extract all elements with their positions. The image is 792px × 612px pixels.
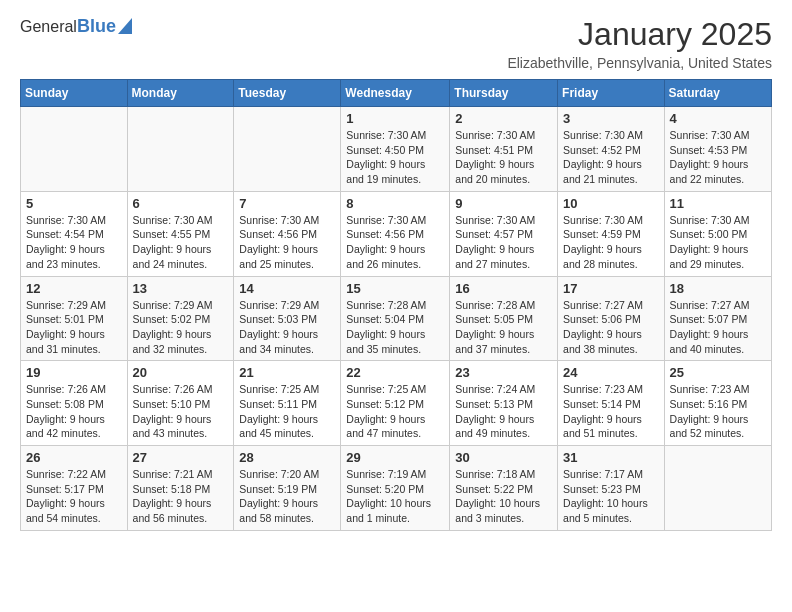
- day-info: Sunrise: 7:30 AM Sunset: 4:55 PM Dayligh…: [133, 213, 229, 272]
- calendar-cell: 9Sunrise: 7:30 AM Sunset: 4:57 PM Daylig…: [450, 191, 558, 276]
- calendar-week-row: 5Sunrise: 7:30 AM Sunset: 4:54 PM Daylig…: [21, 191, 772, 276]
- calendar-cell: 27Sunrise: 7:21 AM Sunset: 5:18 PM Dayli…: [127, 446, 234, 531]
- day-number: 18: [670, 281, 766, 296]
- day-info: Sunrise: 7:25 AM Sunset: 5:12 PM Dayligh…: [346, 382, 444, 441]
- day-number: 11: [670, 196, 766, 211]
- day-number: 1: [346, 111, 444, 126]
- day-number: 24: [563, 365, 659, 380]
- calendar-body: 1Sunrise: 7:30 AM Sunset: 4:50 PM Daylig…: [21, 107, 772, 531]
- calendar-cell: 30Sunrise: 7:18 AM Sunset: 5:22 PM Dayli…: [450, 446, 558, 531]
- day-number: 27: [133, 450, 229, 465]
- logo-blue-text: Blue: [77, 16, 116, 37]
- calendar-cell: 15Sunrise: 7:28 AM Sunset: 5:04 PM Dayli…: [341, 276, 450, 361]
- calendar-cell: 1Sunrise: 7:30 AM Sunset: 4:50 PM Daylig…: [341, 107, 450, 192]
- calendar-cell: 2Sunrise: 7:30 AM Sunset: 4:51 PM Daylig…: [450, 107, 558, 192]
- day-info: Sunrise: 7:30 AM Sunset: 5:00 PM Dayligh…: [670, 213, 766, 272]
- calendar-container: General Blue January 2025 Elizabethville…: [0, 0, 792, 541]
- calendar-cell: 19Sunrise: 7:26 AM Sunset: 5:08 PM Dayli…: [21, 361, 128, 446]
- day-info: Sunrise: 7:27 AM Sunset: 5:06 PM Dayligh…: [563, 298, 659, 357]
- calendar-cell: 25Sunrise: 7:23 AM Sunset: 5:16 PM Dayli…: [664, 361, 771, 446]
- day-number: 22: [346, 365, 444, 380]
- day-info: Sunrise: 7:20 AM Sunset: 5:19 PM Dayligh…: [239, 467, 335, 526]
- day-info: Sunrise: 7:28 AM Sunset: 5:05 PM Dayligh…: [455, 298, 552, 357]
- day-number: 3: [563, 111, 659, 126]
- day-info: Sunrise: 7:26 AM Sunset: 5:10 PM Dayligh…: [133, 382, 229, 441]
- calendar-cell: 12Sunrise: 7:29 AM Sunset: 5:01 PM Dayli…: [21, 276, 128, 361]
- calendar-cell: 7Sunrise: 7:30 AM Sunset: 4:56 PM Daylig…: [234, 191, 341, 276]
- day-info: Sunrise: 7:23 AM Sunset: 5:14 PM Dayligh…: [563, 382, 659, 441]
- day-info: Sunrise: 7:28 AM Sunset: 5:04 PM Dayligh…: [346, 298, 444, 357]
- day-number: 19: [26, 365, 122, 380]
- calendar-header: SundayMondayTuesdayWednesdayThursdayFrid…: [21, 80, 772, 107]
- weekday-header-friday: Friday: [558, 80, 665, 107]
- location: Elizabethville, Pennsylvania, United Sta…: [507, 55, 772, 71]
- day-info: Sunrise: 7:30 AM Sunset: 4:54 PM Dayligh…: [26, 213, 122, 272]
- day-info: Sunrise: 7:25 AM Sunset: 5:11 PM Dayligh…: [239, 382, 335, 441]
- day-info: Sunrise: 7:18 AM Sunset: 5:22 PM Dayligh…: [455, 467, 552, 526]
- calendar-cell: 24Sunrise: 7:23 AM Sunset: 5:14 PM Dayli…: [558, 361, 665, 446]
- day-info: Sunrise: 7:26 AM Sunset: 5:08 PM Dayligh…: [26, 382, 122, 441]
- day-info: Sunrise: 7:29 AM Sunset: 5:01 PM Dayligh…: [26, 298, 122, 357]
- calendar-cell: [234, 107, 341, 192]
- day-number: 12: [26, 281, 122, 296]
- day-info: Sunrise: 7:30 AM Sunset: 4:50 PM Dayligh…: [346, 128, 444, 187]
- calendar-cell: 13Sunrise: 7:29 AM Sunset: 5:02 PM Dayli…: [127, 276, 234, 361]
- day-info: Sunrise: 7:30 AM Sunset: 4:56 PM Dayligh…: [346, 213, 444, 272]
- day-number: 28: [239, 450, 335, 465]
- day-info: Sunrise: 7:23 AM Sunset: 5:16 PM Dayligh…: [670, 382, 766, 441]
- weekday-header-monday: Monday: [127, 80, 234, 107]
- day-number: 6: [133, 196, 229, 211]
- calendar-cell: 5Sunrise: 7:30 AM Sunset: 4:54 PM Daylig…: [21, 191, 128, 276]
- day-number: 17: [563, 281, 659, 296]
- day-number: 14: [239, 281, 335, 296]
- day-info: Sunrise: 7:30 AM Sunset: 4:52 PM Dayligh…: [563, 128, 659, 187]
- day-number: 25: [670, 365, 766, 380]
- calendar-cell: [664, 446, 771, 531]
- day-info: Sunrise: 7:19 AM Sunset: 5:20 PM Dayligh…: [346, 467, 444, 526]
- weekday-header-row: SundayMondayTuesdayWednesdayThursdayFrid…: [21, 80, 772, 107]
- day-number: 7: [239, 196, 335, 211]
- calendar-cell: 20Sunrise: 7:26 AM Sunset: 5:10 PM Dayli…: [127, 361, 234, 446]
- day-number: 30: [455, 450, 552, 465]
- day-number: 23: [455, 365, 552, 380]
- day-info: Sunrise: 7:29 AM Sunset: 5:02 PM Dayligh…: [133, 298, 229, 357]
- day-number: 31: [563, 450, 659, 465]
- calendar-cell: 4Sunrise: 7:30 AM Sunset: 4:53 PM Daylig…: [664, 107, 771, 192]
- calendar-cell: 23Sunrise: 7:24 AM Sunset: 5:13 PM Dayli…: [450, 361, 558, 446]
- logo-triangle-icon: [118, 18, 132, 34]
- calendar-week-row: 26Sunrise: 7:22 AM Sunset: 5:17 PM Dayli…: [21, 446, 772, 531]
- logo: General Blue: [20, 16, 132, 37]
- day-number: 8: [346, 196, 444, 211]
- day-info: Sunrise: 7:22 AM Sunset: 5:17 PM Dayligh…: [26, 467, 122, 526]
- weekday-header-sunday: Sunday: [21, 80, 128, 107]
- title-block: January 2025 Elizabethville, Pennsylvani…: [507, 16, 772, 71]
- day-number: 21: [239, 365, 335, 380]
- calendar-cell: 17Sunrise: 7:27 AM Sunset: 5:06 PM Dayli…: [558, 276, 665, 361]
- calendar-cell: 11Sunrise: 7:30 AM Sunset: 5:00 PM Dayli…: [664, 191, 771, 276]
- day-number: 5: [26, 196, 122, 211]
- day-info: Sunrise: 7:24 AM Sunset: 5:13 PM Dayligh…: [455, 382, 552, 441]
- svg-marker-0: [118, 18, 132, 34]
- calendar-cell: 26Sunrise: 7:22 AM Sunset: 5:17 PM Dayli…: [21, 446, 128, 531]
- day-info: Sunrise: 7:30 AM Sunset: 4:51 PM Dayligh…: [455, 128, 552, 187]
- day-number: 26: [26, 450, 122, 465]
- header: General Blue January 2025 Elizabethville…: [20, 16, 772, 71]
- calendar-cell: 29Sunrise: 7:19 AM Sunset: 5:20 PM Dayli…: [341, 446, 450, 531]
- weekday-header-tuesday: Tuesday: [234, 80, 341, 107]
- calendar-cell: 18Sunrise: 7:27 AM Sunset: 5:07 PM Dayli…: [664, 276, 771, 361]
- day-info: Sunrise: 7:21 AM Sunset: 5:18 PM Dayligh…: [133, 467, 229, 526]
- day-info: Sunrise: 7:30 AM Sunset: 4:59 PM Dayligh…: [563, 213, 659, 272]
- month-title: January 2025: [507, 16, 772, 53]
- day-number: 4: [670, 111, 766, 126]
- day-info: Sunrise: 7:30 AM Sunset: 4:57 PM Dayligh…: [455, 213, 552, 272]
- day-number: 2: [455, 111, 552, 126]
- calendar-week-row: 12Sunrise: 7:29 AM Sunset: 5:01 PM Dayli…: [21, 276, 772, 361]
- calendar-cell: 22Sunrise: 7:25 AM Sunset: 5:12 PM Dayli…: [341, 361, 450, 446]
- calendar-cell: 6Sunrise: 7:30 AM Sunset: 4:55 PM Daylig…: [127, 191, 234, 276]
- calendar-cell: 14Sunrise: 7:29 AM Sunset: 5:03 PM Dayli…: [234, 276, 341, 361]
- day-number: 15: [346, 281, 444, 296]
- day-info: Sunrise: 7:30 AM Sunset: 4:56 PM Dayligh…: [239, 213, 335, 272]
- day-info: Sunrise: 7:27 AM Sunset: 5:07 PM Dayligh…: [670, 298, 766, 357]
- day-number: 16: [455, 281, 552, 296]
- weekday-header-thursday: Thursday: [450, 80, 558, 107]
